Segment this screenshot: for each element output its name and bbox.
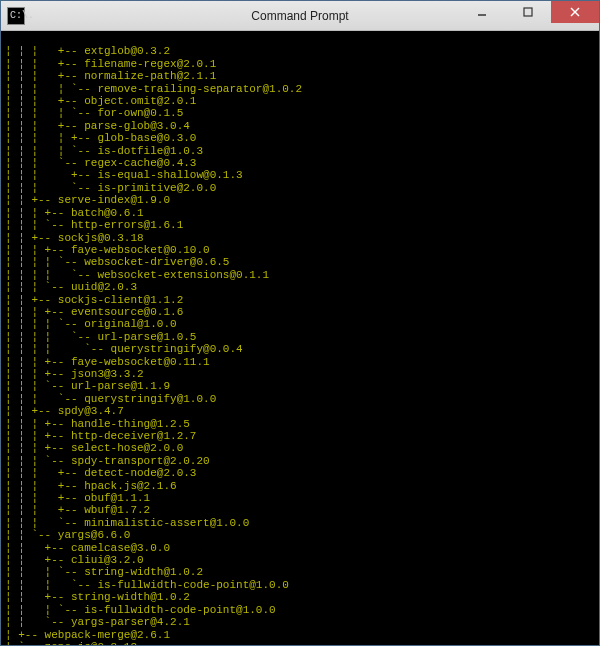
- window-controls: [459, 1, 599, 30]
- close-button[interactable]: [551, 1, 599, 23]
- maximize-button[interactable]: [505, 1, 551, 23]
- app-icon-glyph: C:\.: [10, 11, 34, 21]
- command-prompt-window: C:\. Command Prompt ¦ ¦ ¦ +-- extglob@0.…: [0, 0, 600, 646]
- minimize-button[interactable]: [459, 1, 505, 23]
- npm-tree-output: ¦ ¦ ¦ +-- extglob@0.3.2 ¦ ¦ ¦ +-- filena…: [5, 45, 595, 645]
- app-icon: C:\.: [7, 7, 25, 25]
- titlebar[interactable]: C:\. Command Prompt: [1, 1, 599, 31]
- terminal-area[interactable]: ¦ ¦ ¦ +-- extglob@0.3.2 ¦ ¦ ¦ +-- filena…: [1, 31, 599, 645]
- svg-rect-1: [524, 8, 532, 16]
